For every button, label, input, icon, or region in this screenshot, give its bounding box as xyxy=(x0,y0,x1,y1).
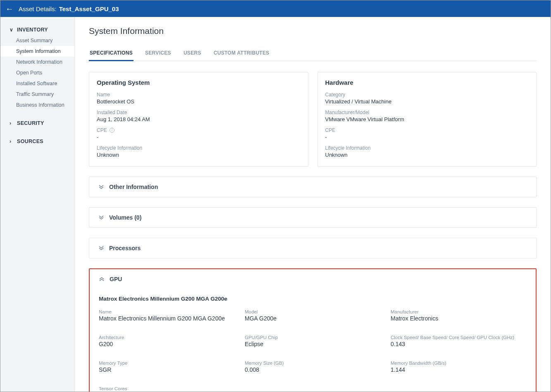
page-title: System Information xyxy=(89,26,537,36)
panel-header-processors[interactable]: Processors xyxy=(89,238,536,258)
nav-title-sources: SOURCES xyxy=(17,139,43,144)
os-title: Operating System xyxy=(97,79,301,86)
chevron-down-icon: ∨ xyxy=(10,27,14,33)
gpu-mfr-value: Matrox Electronics xyxy=(391,315,527,322)
panel-header-gpu[interactable]: GPU xyxy=(90,269,536,286)
nav-title-inventory: INVENTORY xyxy=(17,27,48,33)
sidebar-item-system-information[interactable]: System Information xyxy=(0,46,74,57)
gpu-full-name: Matrox Electronics Millennium G200 MGA G… xyxy=(99,296,527,302)
os-cpe-label-text: CPE xyxy=(97,127,107,133)
gpu-name-value: Matrox Electronics Millennium G200 MGA G… xyxy=(99,315,235,322)
expand-down-icon xyxy=(98,245,104,251)
hw-title: Hardware xyxy=(325,79,529,86)
hw-lifecycle-value: Unknown xyxy=(325,152,529,158)
topbar: ← Asset Details: Test_Asset_GPU_03 xyxy=(0,0,551,17)
hw-mm-value: VMware VMware Virtual Platform xyxy=(325,116,529,122)
os-cpe-value: - xyxy=(97,134,301,140)
os-installed-value: Aug 1, 2018 04:24 AM xyxy=(97,116,301,122)
panel-title-processors: Processors xyxy=(109,245,141,251)
sidebar-item-business-information[interactable]: Business Information xyxy=(0,100,74,110)
tab-specifications[interactable]: SPECIFICATIONS xyxy=(89,47,134,61)
gpu-tensor-label: Tensor Cores xyxy=(99,386,235,391)
sidebar-item-asset-summary[interactable]: Asset Summary xyxy=(0,35,74,46)
os-installed-label: Installed Date xyxy=(97,110,301,115)
nav-header-inventory[interactable]: ∨ INVENTORY xyxy=(0,24,74,35)
back-arrow-icon[interactable]: ← xyxy=(5,5,14,13)
os-lifecycle-value: Unknown xyxy=(97,152,301,158)
panel-gpu: GPU Matrox Electronics Millennium G200 M… xyxy=(89,268,537,392)
gpu-chip-value: Eclipse xyxy=(245,341,381,347)
gpu-chip-label: GPU/GPU Chip xyxy=(245,335,381,340)
content: System Information SPECIFICATIONS SERVIC… xyxy=(75,17,551,392)
gpu-name-label: Name xyxy=(99,309,235,314)
gpu-mfr-label: Manufacturer xyxy=(391,309,527,314)
os-name-label: Name xyxy=(97,92,301,98)
hw-category-label: Category xyxy=(325,92,529,98)
gpu-membw-label: Memory Bandwidth (GB/s) xyxy=(391,361,527,366)
panel-volumes: Volumes (0) xyxy=(89,207,537,228)
sidebar-item-network-information[interactable]: Network Information xyxy=(0,57,74,67)
expand-down-icon xyxy=(98,184,104,190)
nav-title-security: SECURITY xyxy=(17,120,44,126)
nav-section-security: › SECURITY xyxy=(0,118,74,129)
nav-section-inventory: ∨ INVENTORY Asset Summary System Informa… xyxy=(0,24,74,110)
panel-title-other: Other Information xyxy=(109,184,158,190)
tab-users[interactable]: USERS xyxy=(183,47,202,61)
panel-header-other[interactable]: Other Information xyxy=(89,177,536,197)
chevron-right-icon: › xyxy=(10,120,14,126)
gpu-memtype-label: Memory Type xyxy=(99,361,235,366)
gpu-memsize-value: 0.008 xyxy=(245,366,381,373)
gpu-clock-label: Clock Speed/ Base Speed/ Core Speed/ GPU… xyxy=(391,335,527,340)
header-asset-name: Test_Asset_GPU_03 xyxy=(59,5,119,12)
tabs: SPECIFICATIONS SERVICES USERS CUSTOM ATT… xyxy=(89,47,537,61)
sidebar-item-traffic-summary[interactable]: Traffic Summary xyxy=(0,89,74,100)
gpu-model-label: Model xyxy=(245,309,381,314)
gpu-memsize-label: Memory Size (GB) xyxy=(245,361,381,366)
os-lifecycle-label: Lifecycle Information xyxy=(97,145,301,151)
hw-lifecycle-label: Lifecycle Information xyxy=(325,145,529,151)
gpu-arch-value: G200 xyxy=(99,341,235,347)
header-prefix: Asset Details: xyxy=(19,5,57,12)
expand-down-icon xyxy=(98,215,104,220)
nav-header-sources[interactable]: › SOURCES xyxy=(0,136,74,147)
chevron-right-icon: › xyxy=(10,139,14,144)
tab-services[interactable]: SERVICES xyxy=(144,47,172,61)
card-hardware: Hardware Category Virtualized / Virtual … xyxy=(317,72,537,167)
panel-title-gpu: GPU xyxy=(110,276,122,282)
nav-section-sources: › SOURCES xyxy=(0,136,74,147)
gpu-arch-label: Architecture xyxy=(99,335,235,340)
panel-processors: Processors xyxy=(89,238,537,258)
gpu-memtype-value: SGR xyxy=(99,366,235,373)
gpu-membw-value: 1.144 xyxy=(391,366,527,373)
sidebar: ∨ INVENTORY Asset Summary System Informa… xyxy=(0,17,75,392)
card-operating-system: Operating System Name Bottlerocket OS In… xyxy=(89,72,308,167)
sidebar-item-open-ports[interactable]: Open Ports xyxy=(0,67,74,78)
gpu-model-value: MGA G200e xyxy=(245,315,381,322)
tab-custom-attributes[interactable]: CUSTOM ATTRIBUTES xyxy=(213,47,270,61)
sidebar-item-installed-software[interactable]: Installed Software xyxy=(0,78,74,89)
panel-title-volumes: Volumes (0) xyxy=(109,214,141,221)
hw-category-value: Virtualized / Virtual Machine xyxy=(325,98,529,105)
collapse-up-icon xyxy=(99,276,105,282)
hw-cpe-label: CPE xyxy=(325,127,529,133)
panel-header-volumes[interactable]: Volumes (0) xyxy=(89,208,536,227)
hw-mm-label: Manufacturer/Model xyxy=(325,110,529,115)
panel-other-information: Other Information xyxy=(89,177,537,197)
nav-header-security[interactable]: › SECURITY xyxy=(0,118,74,129)
hw-cpe-value: - xyxy=(325,134,529,140)
info-icon[interactable]: i xyxy=(110,128,114,133)
gpu-clock-value: 0.143 xyxy=(391,341,527,347)
os-cpe-label: CPE i xyxy=(97,127,301,133)
os-name-value: Bottlerocket OS xyxy=(97,98,301,105)
